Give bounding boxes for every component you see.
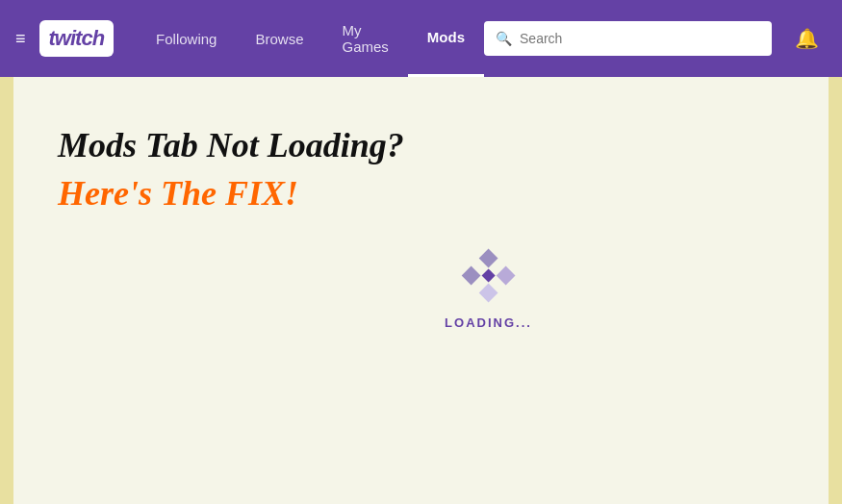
spinner-diamond-center — [481, 268, 495, 282]
nav-my-games[interactable]: My Games — [322, 0, 407, 77]
loading-text: LOADING... — [445, 315, 532, 330]
hamburger-menu-icon[interactable]: ≡ — [15, 30, 26, 47]
loading-area: LOADING... — [445, 252, 532, 330]
notification-bell-icon[interactable]: 🔔 — [787, 19, 827, 58]
search-icon: 🔍 — [496, 31, 512, 46]
nav-mods[interactable]: Mods — [408, 0, 484, 77]
main-content: Mods Tab Not Loading? Here's The FIX! LO… — [0, 77, 842, 504]
search-box: 🔍 — [484, 21, 772, 56]
spinner-diamond-right — [497, 266, 516, 286]
logo[interactable]: twitch — [39, 20, 115, 57]
navbar: ≡ twitch Following Browse My Games Mods … — [0, 0, 842, 77]
search-input[interactable] — [520, 31, 760, 46]
spinner-diamond-left — [462, 266, 481, 286]
subheadline-text: Here's The FIX! — [58, 173, 784, 214]
nav-browse[interactable]: Browse — [236, 0, 322, 77]
logo-text: twitch — [49, 26, 105, 51]
headline-text: Mods Tab Not Loading? — [58, 125, 784, 165]
loading-spinner — [465, 252, 513, 300]
spinner-diamond-bottom — [479, 284, 498, 303]
nav-following[interactable]: Following — [137, 0, 236, 77]
spinner-diamond-top — [479, 249, 498, 268]
nav-links: Following Browse My Games Mods — [137, 0, 484, 77]
border-right-decoration — [829, 77, 842, 504]
border-left-decoration — [0, 77, 13, 504]
